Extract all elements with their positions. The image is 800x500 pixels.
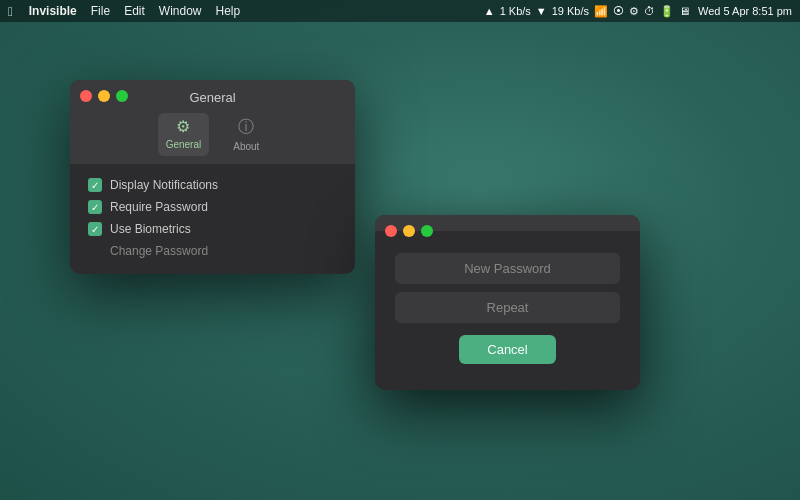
checkbox-row-password: ✓ Require Password: [88, 200, 337, 214]
menubar-datetime: Wed 5 Apr 8:51 pm: [698, 5, 792, 17]
wifi-icon: 📶: [594, 5, 608, 18]
change-password-link[interactable]: Change Password: [110, 244, 337, 258]
pw-close-button[interactable]: [385, 225, 397, 237]
about-tab-icon: ⓘ: [238, 117, 254, 138]
menubar-right: ▲ 1 Kb/s ▼ 19 Kb/s 📶 ⦿ ⚙ ⏱ 🔋 🖥 Wed 5 Apr…: [484, 5, 792, 18]
about-tab-label: About: [233, 141, 259, 152]
tab-general[interactable]: ⚙ General: [158, 113, 210, 156]
checkbox-row-notifications: ✓ Display Notifications: [88, 178, 337, 192]
bluetooth-icon: ⦿: [613, 5, 624, 17]
menubar-edit[interactable]: Edit: [124, 4, 145, 18]
window-controls: [80, 90, 128, 102]
pw-window-controls: [385, 225, 433, 237]
network-up-icon: ▲: [484, 5, 495, 17]
checkbox-notifications-label: Display Notifications: [110, 178, 218, 192]
general-titlebar: General ⚙ General ⓘ About: [70, 80, 355, 164]
gear-icon: ⚙: [629, 5, 639, 18]
pw-minimize-button[interactable]: [403, 225, 415, 237]
network-speed: 1 Kb/s: [500, 5, 531, 17]
close-button[interactable]: [80, 90, 92, 102]
general-tab-icon: ⚙: [176, 117, 190, 136]
network-down-icon: ▼: [536, 5, 547, 17]
general-tabs: ⚙ General ⓘ About: [158, 113, 268, 156]
network-speed-down: 19 Kb/s: [552, 5, 589, 17]
menubar-window[interactable]: Window: [159, 4, 202, 18]
cancel-button[interactable]: Cancel: [459, 335, 555, 364]
maximize-button[interactable]: [116, 90, 128, 102]
pw-titlebar: [375, 215, 640, 231]
checkbox-notifications-tick[interactable]: ✓: [88, 178, 102, 192]
checkbox-password-tick[interactable]: ✓: [88, 200, 102, 214]
pw-content: Cancel: [375, 231, 640, 390]
general-tab-label: General: [166, 139, 202, 150]
window-password: Cancel: [375, 215, 640, 390]
checkbox-row-biometrics: ✓ Use Biometrics: [88, 222, 337, 236]
new-password-input[interactable]: [395, 253, 620, 284]
minimize-button[interactable]: [98, 90, 110, 102]
clock-icon: ⏱: [644, 5, 655, 17]
menubar:  Invisible File Edit Window Help ▲ 1 Kb…: [0, 0, 800, 22]
battery-icon: 🔋: [660, 5, 674, 18]
checkbox-password-label: Require Password: [110, 200, 208, 214]
checkbox-biometrics-tick[interactable]: ✓: [88, 222, 102, 236]
checkbox-biometrics-label: Use Biometrics: [110, 222, 191, 236]
window-general: General ⚙ General ⓘ About ✓ Display Noti…: [70, 80, 355, 274]
general-window-title: General: [189, 90, 235, 105]
apple-menu[interactable]: : [8, 4, 13, 19]
menubar-help[interactable]: Help: [216, 4, 241, 18]
menubar-app-name[interactable]: Invisible: [29, 4, 77, 18]
general-content: ✓ Display Notifications ✓ Require Passwo…: [70, 164, 355, 274]
repeat-password-input[interactable]: [395, 292, 620, 323]
menubar-file[interactable]: File: [91, 4, 110, 18]
menubar-left:  Invisible File Edit Window Help: [8, 4, 240, 19]
tab-about[interactable]: ⓘ About: [225, 113, 267, 156]
pw-maximize-button[interactable]: [421, 225, 433, 237]
status-icons: ▲ 1 Kb/s ▼ 19 Kb/s 📶 ⦿ ⚙ ⏱ 🔋 🖥: [484, 5, 690, 18]
display-icon: 🖥: [679, 5, 690, 17]
